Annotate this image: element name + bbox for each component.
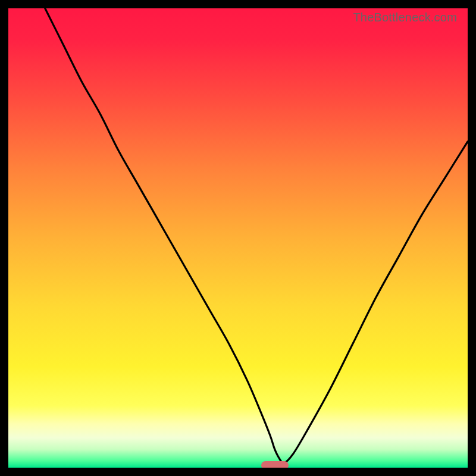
optimal-marker	[261, 461, 289, 468]
bottleneck-curve	[8, 8, 468, 468]
watermark-text: TheBottleneck.com	[353, 11, 457, 24]
svg-rect-0	[8, 8, 468, 468]
chart-frame: TheBottleneck.com	[0, 0, 476, 476]
plot-area: TheBottleneck.com	[8, 8, 468, 468]
